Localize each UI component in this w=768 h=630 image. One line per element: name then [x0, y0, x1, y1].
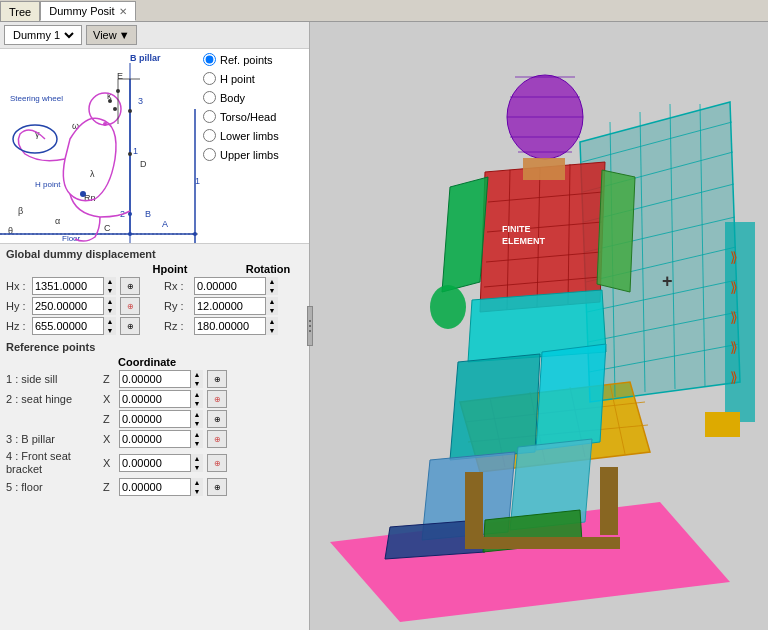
- ref-b-pillar-spin-up[interactable]: ▲: [191, 430, 203, 439]
- ref-b-pillar-name: 3 : B pillar: [6, 433, 101, 445]
- ref-b-pillar-pick-btn[interactable]: ⊕: [207, 430, 227, 448]
- ry-spin-up[interactable]: ▲: [266, 297, 278, 306]
- rz-spin-up[interactable]: ▲: [266, 317, 278, 326]
- ry-input-group: ▲ ▼: [194, 297, 278, 315]
- svg-point-35: [113, 107, 117, 111]
- radio-body[interactable]: Body: [203, 91, 305, 104]
- ry-spin-down[interactable]: ▼: [266, 306, 278, 315]
- svg-text:α: α: [55, 216, 60, 226]
- ref-seat-hinge-spin-down[interactable]: ▼: [191, 399, 203, 408]
- ref-seat-hinge-z-spin-up[interactable]: ▲: [191, 410, 203, 419]
- view-button[interactable]: View ▼: [86, 25, 137, 45]
- ref-b-pillar-axis: X: [103, 433, 117, 445]
- radio-ref-points[interactable]: Ref. points: [203, 53, 305, 66]
- ref-front-seat-row: 4 : Front seatbracket X ▲ ▼ ⊕: [6, 450, 303, 476]
- svg-point-38: [128, 109, 132, 113]
- ry-input[interactable]: [194, 297, 266, 315]
- ref-side-sill-input[interactable]: [119, 370, 191, 388]
- ref-seat-hinge-z-input[interactable]: [119, 410, 191, 428]
- diagram-area: B pillar E κ 3 Steering wheel γ ω H poin…: [0, 49, 309, 244]
- hpoint-header: Hpoint: [140, 263, 200, 275]
- radio-h-point-input[interactable]: [203, 72, 216, 85]
- tab-close-icon[interactable]: ✕: [119, 6, 127, 17]
- svg-point-41: [128, 232, 132, 236]
- radio-upper-limbs[interactable]: Upper limbs: [203, 148, 305, 161]
- hx-spin-up[interactable]: ▲: [104, 277, 116, 286]
- radio-torso-head-label: Torso/Head: [220, 111, 276, 123]
- rx-input[interactable]: [194, 277, 266, 295]
- rz-spin-down[interactable]: ▼: [266, 326, 278, 335]
- radio-body-input[interactable]: [203, 91, 216, 104]
- svg-text:D: D: [140, 159, 147, 169]
- hz-pick-btn[interactable]: ⊕: [120, 317, 140, 335]
- svg-marker-104: [536, 344, 606, 450]
- radio-lower-limbs[interactable]: Lower limbs: [203, 129, 305, 142]
- hy-spin-down[interactable]: ▼: [104, 306, 116, 315]
- hz-spinner: ▲ ▼: [104, 317, 116, 335]
- radio-upper-limbs-label: Upper limbs: [220, 149, 279, 161]
- hy-input-group: ▲ ▼: [32, 297, 116, 315]
- hy-pick-btn[interactable]: ⊕: [120, 297, 140, 315]
- ref-side-sill-spin-down[interactable]: ▼: [191, 379, 203, 388]
- hx-pick-btn[interactable]: ⊕: [120, 277, 140, 295]
- svg-text:⟫: ⟫: [730, 369, 738, 385]
- ref-front-seat-input[interactable]: [119, 454, 191, 472]
- hz-rz-row: Hz : ▲ ▼ ⊕ Rz : ▲ ▼: [6, 317, 303, 335]
- radio-ref-points-input[interactable]: [203, 53, 216, 66]
- hy-input[interactable]: [32, 297, 104, 315]
- svg-text:⟫: ⟫: [730, 279, 738, 295]
- ref-seat-hinge-pick-btn[interactable]: ⊕: [207, 390, 227, 408]
- resize-handle[interactable]: [307, 306, 313, 346]
- svg-point-39: [128, 152, 132, 156]
- tab-dummy-posit[interactable]: Dummy Posit ✕: [40, 1, 135, 21]
- ref-floor-pick-btn[interactable]: ⊕: [207, 478, 227, 496]
- displacement-title: Global dummy displacement: [6, 248, 303, 260]
- ref-floor-spin-down[interactable]: ▼: [191, 487, 203, 496]
- ref-seat-hinge-input[interactable]: [119, 390, 191, 408]
- ref-front-seat-spin-down[interactable]: ▼: [191, 463, 203, 472]
- ref-floor-spin-up[interactable]: ▲: [191, 478, 203, 487]
- hx-spin-down[interactable]: ▼: [104, 286, 116, 295]
- svg-text:1: 1: [133, 146, 138, 156]
- ref-side-sill-spin-up[interactable]: ▲: [191, 370, 203, 379]
- toolbar-row: Dummy 1 Dummy 2 Dummy 3 View ▼: [0, 22, 309, 49]
- svg-text:3: 3: [138, 96, 143, 106]
- radio-h-point[interactable]: H point: [203, 72, 305, 85]
- dummy-select[interactable]: Dummy 1 Dummy 2 Dummy 3: [9, 28, 77, 42]
- ref-b-pillar-input[interactable]: [119, 430, 191, 448]
- ref-side-sill-input-group: ▲ ▼: [119, 370, 203, 388]
- ref-front-seat-pick-btn[interactable]: ⊕: [207, 454, 227, 472]
- ref-seat-hinge-z-spin-down[interactable]: ▼: [191, 419, 203, 428]
- hx-input[interactable]: [32, 277, 104, 295]
- hz-input[interactable]: [32, 317, 104, 335]
- coordinate-header: Coordinate: [118, 356, 176, 368]
- ref-side-sill-row: 1 : side sill Z ▲ ▼ ⊕: [6, 370, 303, 388]
- dummy-dropdown[interactable]: Dummy 1 Dummy 2 Dummy 3: [4, 25, 82, 45]
- radio-lower-limbs-input[interactable]: [203, 129, 216, 142]
- radio-torso-head-input[interactable]: [203, 110, 216, 123]
- ref-seat-hinge-z-pick-btn[interactable]: ⊕: [207, 410, 227, 428]
- tab-tree[interactable]: Tree: [0, 1, 40, 21]
- ref-side-sill-pick-btn[interactable]: ⊕: [207, 370, 227, 388]
- ref-seat-hinge-spin-up[interactable]: ▲: [191, 390, 203, 399]
- radio-torso-head[interactable]: Torso/Head: [203, 110, 305, 123]
- radio-upper-limbs-input[interactable]: [203, 148, 216, 161]
- hy-spin-up[interactable]: ▲: [104, 297, 116, 306]
- svg-text:A: A: [162, 219, 168, 229]
- hz-spin-down[interactable]: ▼: [104, 326, 116, 335]
- rz-input[interactable]: [194, 317, 266, 335]
- left-panel: Dummy 1 Dummy 2 Dummy 3 View ▼ B pillar …: [0, 22, 310, 630]
- ref-side-sill-spinner: ▲ ▼: [191, 370, 203, 388]
- rx-spin-up[interactable]: ▲: [266, 277, 278, 286]
- ref-floor-spinner: ▲ ▼: [191, 478, 203, 496]
- hz-input-group: ▲ ▼: [32, 317, 116, 335]
- 3d-viewport[interactable]: ⟫ ⟫ ⟫ ⟫ ⟫: [310, 22, 768, 630]
- svg-text:Floor: Floor: [62, 234, 81, 243]
- ref-b-pillar-spin-down[interactable]: ▼: [191, 439, 203, 448]
- rx-spin-down[interactable]: ▼: [266, 286, 278, 295]
- svg-text:C: C: [104, 223, 111, 233]
- ref-floor-input[interactable]: [119, 478, 191, 496]
- hz-spin-up[interactable]: ▲: [104, 317, 116, 326]
- ref-front-seat-spin-up[interactable]: ▲: [191, 454, 203, 463]
- svg-rect-114: [465, 472, 483, 542]
